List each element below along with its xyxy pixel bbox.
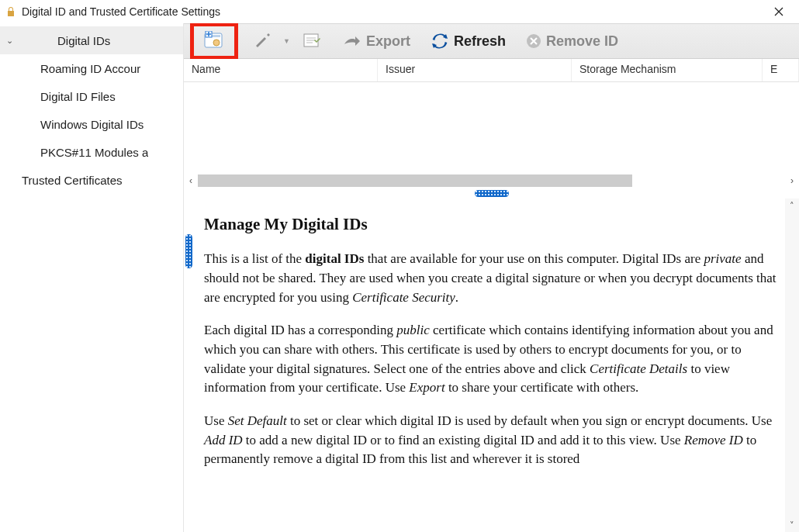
remove-id-button[interactable]: Remove ID	[518, 26, 626, 56]
chevron-down-icon: ⌄	[6, 36, 20, 46]
scroll-left-icon[interactable]: ‹	[184, 175, 198, 186]
tree-item-label: Digital ID Files	[40, 90, 116, 103]
remove-label: Remove ID	[546, 33, 618, 50]
scroll-track[interactable]	[785, 212, 799, 518]
column-storage[interactable]: Storage Mechanism	[572, 59, 763, 81]
titlebar: Digital ID and Trusted Certificate Setti…	[0, 0, 799, 23]
tree-item-id-files[interactable]: Digital ID Files	[0, 82, 183, 110]
add-id-button[interactable]	[190, 23, 238, 60]
scroll-track[interactable]	[198, 174, 785, 187]
svg-point-2	[213, 40, 220, 46]
table-body[interactable]	[184, 82, 799, 174]
scroll-right-icon[interactable]: ›	[785, 175, 799, 186]
certificate-details-button[interactable]	[295, 26, 330, 56]
tree-item-roaming[interactable]: Roaming ID Accour	[0, 54, 183, 82]
horizontal-splitter[interactable]	[184, 188, 799, 199]
scroll-down-icon[interactable]: ˅	[785, 518, 799, 532]
column-extra[interactable]: E	[763, 59, 799, 81]
vertical-scrollbar[interactable]: ˄ ˅	[785, 199, 799, 532]
grip-icon	[475, 190, 509, 197]
tree-item-label: Windows Digital IDs	[40, 118, 144, 131]
vertical-splitter-grip[interactable]	[185, 234, 192, 268]
scroll-up-icon[interactable]: ˄	[785, 199, 799, 212]
export-label: Export	[366, 33, 410, 50]
tree-item-label: Digital IDs	[57, 34, 110, 47]
scroll-thumb[interactable]	[198, 174, 632, 187]
toolbar: ▼ Export Refresh Remove ID	[184, 23, 799, 59]
export-button[interactable]: Export	[335, 26, 418, 56]
refresh-label: Refresh	[454, 33, 506, 50]
column-issuer[interactable]: Issuer	[378, 59, 572, 81]
dropdown-caret-icon[interactable]: ▼	[283, 37, 290, 45]
close-button[interactable]	[763, 1, 794, 22]
window-title: Digital ID and Trusted Certificate Setti…	[22, 5, 763, 18]
tree-item-label: Trusted Certificates	[22, 174, 123, 187]
horizontal-scrollbar[interactable]: ‹ ›	[184, 174, 799, 188]
tree-item-windows-ids[interactable]: Windows Digital IDs	[0, 110, 183, 138]
tree-item-digital-ids[interactable]: ⌄ Digital IDs	[0, 26, 183, 54]
refresh-button[interactable]: Refresh	[423, 26, 514, 56]
column-name[interactable]: Name	[184, 59, 378, 81]
help-panel: Manage My Digital IDs This is a list of …	[184, 199, 799, 491]
edit-button[interactable]	[246, 26, 280, 56]
tree-item-label: PKCS#11 Modules a	[40, 146, 148, 159]
tree-item-trusted-certs[interactable]: Trusted Certificates	[0, 166, 183, 194]
tree-item-pkcs11[interactable]: PKCS#11 Modules a	[0, 138, 183, 166]
lock-icon	[5, 5, 17, 18]
tree-item-label: Roaming ID Accour	[40, 62, 140, 75]
table-header: Name Issuer Storage Mechanism E	[184, 59, 799, 82]
help-paragraph-1: This is a list of the digital IDs that a…	[204, 250, 779, 307]
help-paragraph-3: Use Set Default to set or clear which di…	[204, 412, 779, 469]
sidebar: ⌄ Digital IDs Roaming ID Accour Digital …	[0, 23, 183, 532]
help-paragraph-2: Each digital ID has a corresponding publ…	[204, 321, 779, 398]
help-heading: Manage My Digital IDs	[204, 212, 779, 236]
